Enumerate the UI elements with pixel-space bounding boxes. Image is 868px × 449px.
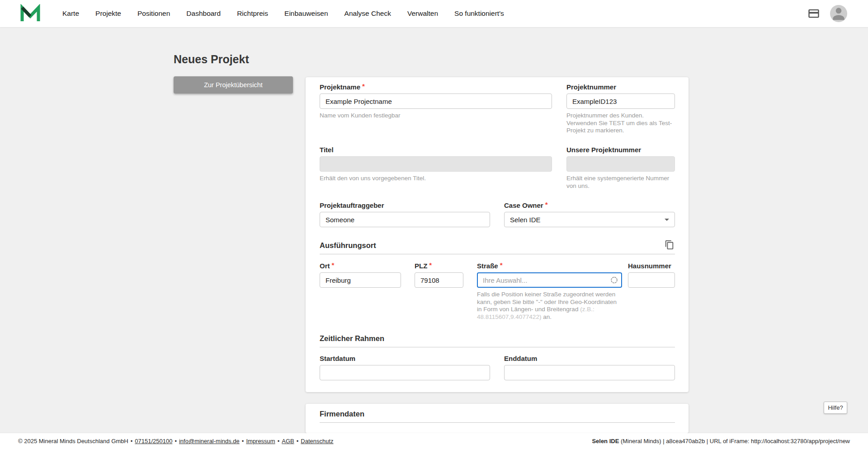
section-ausfuehrungsort: Ausführungsort (320, 241, 675, 254)
divider (320, 254, 675, 254)
required-marker: * (429, 261, 432, 269)
section-firmendaten: Firmendaten (320, 409, 675, 423)
footer-email-link[interactable]: info@mineral-minds.de (179, 438, 240, 444)
ort-input[interactable] (320, 272, 401, 288)
footer-left: © 2025 Mineral Minds Deutschland GmbH • … (18, 438, 334, 444)
loading-spinner-icon (610, 276, 618, 284)
strasse-input[interactable] (477, 272, 622, 288)
footer-phone-link[interactable]: 07151/250100 (135, 438, 172, 444)
nav-item-verwalten[interactable]: Verwalten (407, 9, 438, 18)
required-marker: * (545, 201, 548, 208)
firmendaten-card: Firmendaten (306, 404, 689, 433)
projektname-label: Projektname* (320, 83, 552, 91)
startdatum-input[interactable] (320, 365, 490, 380)
field-ort: Ort* (320, 262, 401, 288)
field-titel: Titel Erhält den von uns vorgegebenen Ti… (320, 146, 552, 182)
nav-item-karte[interactable]: Karte (62, 9, 79, 18)
projektnummer-input[interactable] (566, 94, 675, 109)
user-avatar[interactable] (830, 5, 847, 22)
main-navigation: Karte Projekte Positionen Dashboard Rich… (62, 0, 504, 27)
titel-label: Titel (320, 146, 552, 154)
footer-impressum-link[interactable]: Impressum (246, 438, 275, 444)
field-projektname: Projektname* Name vom Kunden festlegbar (320, 83, 552, 120)
section-firmendaten-title: Firmendaten (320, 409, 675, 418)
billing-card-icon[interactable] (807, 7, 820, 20)
required-marker: * (362, 82, 365, 90)
unsere-projektnummer-label: Unsere Projektnummer (566, 146, 675, 154)
field-startdatum: Startdatum (320, 355, 490, 380)
field-enddatum: Enddatum (504, 355, 675, 380)
section-zeitlicher-rahmen: Zeitlicher Rahmen (320, 334, 675, 347)
footer-separator: • (131, 438, 133, 444)
unsere-projektnummer-helper: Erhält eine systemgenerierte Nummer von … (566, 175, 675, 190)
footer-separator: • (278, 438, 280, 444)
footer-separator: • (242, 438, 244, 444)
logo-icon[interactable] (20, 4, 41, 23)
nav-item-analyse-check[interactable]: Analyse Check (344, 9, 391, 18)
field-unsere-projektnummer: Unsere Projektnummer Erhält eine systemg… (566, 146, 675, 190)
unsere-projektnummer-input (566, 156, 675, 172)
ort-label: Ort* (320, 262, 401, 270)
footer-separator: • (297, 438, 299, 444)
field-projektauftraggeber: Projektauftraggeber (320, 201, 490, 227)
footer: © 2025 Mineral Minds Deutschland GmbH • … (0, 433, 868, 449)
projektnummer-label: Projektnummer (566, 83, 675, 91)
field-projektnummer: Projektnummer Projektnummer des Kunden. … (566, 83, 675, 135)
field-strasse: Straße* Falls die Position keiner Straße… (477, 262, 622, 321)
divider (320, 422, 675, 423)
nav-item-positionen[interactable]: Positionen (137, 9, 170, 18)
projektnummer-helper: Projektnummer des Kunden. Verwenden Sie … (566, 112, 675, 135)
footer-session-info: Selen IDE (Mineral Minds) | a8cea470ab2b… (592, 438, 850, 444)
titel-input (320, 156, 552, 172)
nav-item-dashboard[interactable]: Dashboard (186, 9, 221, 18)
nav-item-einbauweisen[interactable]: Einbauweisen (284, 9, 328, 18)
strasse-helper: Falls die Position keiner Straße zugeord… (477, 291, 618, 321)
nav-right-actions (807, 0, 847, 27)
footer-datenschutz-link[interactable]: Datenschutz (301, 438, 333, 444)
nav-item-richtpreis[interactable]: Richtpreis (237, 9, 268, 18)
chevron-down-icon (665, 219, 669, 221)
case-owner-value: Selen IDE (510, 216, 541, 224)
nav-item-projekte[interactable]: Projekte (95, 9, 121, 18)
titel-helper: Erhält den von uns vorgegebenen Titel. (320, 175, 552, 182)
back-to-project-overview-button[interactable]: Zur Projektübersicht (174, 76, 293, 94)
case-owner-select[interactable]: Selen IDE (504, 212, 675, 227)
plz-label: PLZ* (415, 262, 463, 270)
projektauftraggeber-label: Projektauftraggeber (320, 201, 490, 210)
hausnummer-label: Hausnummer (628, 262, 675, 270)
startdatum-label: Startdatum (320, 355, 490, 363)
required-marker: * (332, 261, 335, 269)
field-plz: PLZ* (415, 262, 463, 288)
footer-user-name: Selen IDE (592, 438, 619, 444)
projektname-helper: Name vom Kunden festlegbar (320, 112, 552, 120)
projektname-input[interactable] (320, 94, 552, 109)
footer-session-details: (Mineral Minds) | a8cea470ab2b | URL of … (619, 438, 850, 444)
section-zeitlicher-rahmen-title: Zeitlicher Rahmen (320, 334, 675, 343)
case-owner-label: Case Owner* (504, 201, 675, 210)
footer-copyright: © 2025 Mineral Minds Deutschland GmbH (18, 438, 128, 444)
field-hausnummer: Hausnummer (628, 262, 675, 288)
footer-agb-link[interactable]: AGB (282, 438, 294, 444)
hausnummer-input[interactable] (628, 272, 675, 288)
top-nav: Karte Projekte Positionen Dashboard Rich… (0, 0, 868, 27)
enddatum-input[interactable] (504, 365, 675, 380)
plz-input[interactable] (415, 272, 463, 288)
section-ausfuehrungsort-title: Ausführungsort (320, 241, 675, 250)
required-marker: * (500, 261, 503, 269)
person-icon (830, 5, 847, 22)
help-button[interactable]: Hilfe? (824, 402, 847, 414)
projektauftraggeber-input[interactable] (320, 212, 490, 227)
divider (320, 347, 675, 347)
field-case-owner: Case Owner* Selen IDE (504, 201, 675, 227)
copy-address-button[interactable] (664, 239, 675, 251)
copy-icon (665, 240, 675, 250)
mineral-minds-logo (20, 4, 41, 23)
footer-separator: • (175, 438, 177, 444)
strasse-label: Straße* (477, 262, 622, 270)
project-form-card: Projektname* Name vom Kunden festlegbar … (306, 77, 689, 392)
enddatum-label: Enddatum (504, 355, 675, 363)
nav-item-so-funktionierts[interactable]: So funktioniert's (454, 9, 504, 18)
page-title: Neues Projekt (174, 52, 249, 66)
